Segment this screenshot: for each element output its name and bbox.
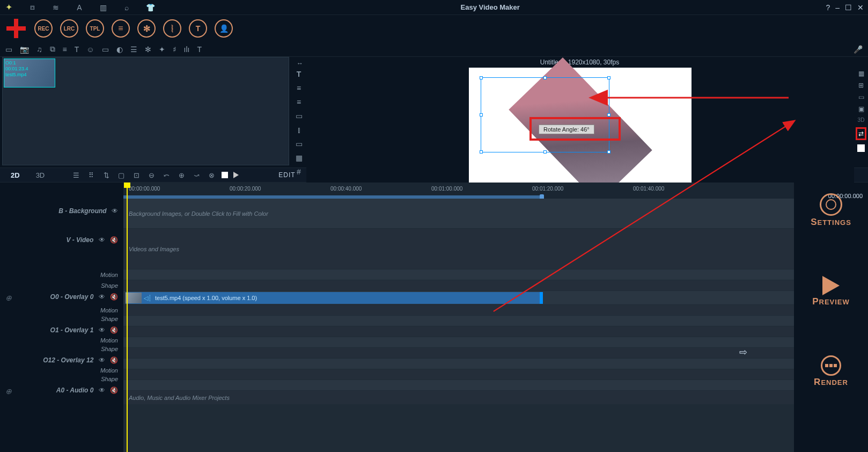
- tool-icon[interactable]: ⫿: [297, 126, 301, 134]
- tool-icon[interactable]: ▭: [296, 140, 303, 148]
- track-o0[interactable]: ◁┊ test5.mp4 (speed x 1.00, volume x 1.0…: [123, 291, 794, 305]
- mute-icon[interactable]: 🔇: [110, 236, 118, 244]
- mic-icon[interactable]: 🎤: [854, 45, 863, 54]
- add-media-button[interactable]: [5, 18, 27, 39]
- tb2-icon[interactable]: ☰: [130, 45, 137, 54]
- top-icon-3[interactable]: A: [75, 3, 84, 12]
- tool-icon[interactable]: ▭: [296, 112, 303, 120]
- minimize-button[interactable]: –: [835, 3, 840, 12]
- timeline-tracks[interactable]: 00:00:00.000 00:00:20.000 00:00:40.000 0…: [123, 183, 794, 452]
- track-o1-shape[interactable]: [123, 348, 794, 359]
- tool-icon[interactable]: ⊕: [176, 171, 186, 179]
- playhead[interactable]: [127, 183, 128, 452]
- mute-icon[interactable]: 🔇: [110, 293, 118, 301]
- track-o1-motion[interactable]: [123, 337, 794, 348]
- user-button[interactable]: 👤: [215, 19, 233, 38]
- play-button[interactable]: [233, 172, 239, 178]
- preview-canvas[interactable]: Rotate Angle: 46°: [306, 68, 854, 192]
- tool-icon[interactable]: ⊡: [131, 171, 141, 179]
- top-icon-2[interactable]: ≋: [52, 3, 60, 12]
- track-o1[interactable]: [123, 326, 794, 337]
- tool-icon[interactable]: □: [857, 144, 865, 152]
- rotate-tool-icon[interactable]: ⇄: [856, 127, 866, 140]
- text-button[interactable]: T: [189, 19, 207, 38]
- music-icon[interactable]: ♫: [36, 45, 42, 54]
- tool-icon[interactable]: ▦: [296, 154, 303, 162]
- 3d-icon[interactable]: 3D: [858, 117, 865, 123]
- media-bin[interactable]: O0:1 00:01:23.4 test5.mp4: [2, 57, 289, 165]
- help-button[interactable]: ?: [826, 3, 830, 12]
- visibility-icon[interactable]: 👁: [99, 236, 105, 244]
- track-a0[interactable]: Audio, Music and Audio Mixer Projects: [123, 391, 794, 405]
- tb2-icon[interactable]: ◐: [116, 45, 123, 54]
- tb2-icon[interactable]: ⧉: [50, 45, 55, 54]
- track-o0-shape[interactable]: [123, 316, 794, 326]
- mute-icon[interactable]: 🔇: [110, 326, 118, 334]
- add-track-icon[interactable]: ⊕: [5, 387, 12, 396]
- tool-icon[interactable]: ▭: [858, 93, 864, 101]
- tool-icon[interactable]: ⤻: [192, 171, 201, 179]
- timeline-ruler[interactable]: 00:00:00.000 00:00:20.000 00:00:40.000 0…: [123, 183, 794, 199]
- top-icon-1[interactable]: ⧈: [28, 3, 36, 12]
- maximize-button[interactable]: ☐: [845, 3, 852, 12]
- media-clip[interactable]: O0:1 00:01:23.4 test5.mp4: [4, 59, 55, 88]
- tab-3d[interactable]: 3D: [31, 170, 50, 180]
- search-icon[interactable]: ⌕: [122, 3, 131, 12]
- track-shape[interactable]: [123, 280, 794, 291]
- tool-icon[interactable]: ☰: [71, 171, 81, 179]
- track-o0-motion[interactable]: [123, 305, 794, 316]
- top-icon-6[interactable]: 👕: [146, 3, 155, 12]
- visibility-icon[interactable]: 👁: [99, 356, 105, 364]
- tool-icon[interactable]: ⊖: [146, 171, 156, 179]
- timeline-clip[interactable]: ◁┊ test5.mp4 (speed x 1.00, volume x 1.0…: [126, 292, 543, 304]
- tb2-icon[interactable]: ✻: [145, 45, 151, 54]
- tb2-icon[interactable]: ≡: [63, 45, 67, 54]
- tab-2d[interactable]: 2D: [5, 170, 25, 180]
- tool-icon[interactable]: ⠿: [86, 171, 96, 179]
- list-button[interactable]: ≡: [112, 19, 130, 38]
- track-bg[interactable]: Background Images, or Double Click to Fi…: [123, 199, 794, 229]
- expand-icon[interactable]: ⇨: [739, 346, 747, 358]
- visibility-icon[interactable]: 👁: [99, 387, 105, 394]
- tool-icon[interactable]: ≡: [297, 98, 301, 106]
- tool-icon[interactable]: ▣: [858, 105, 864, 113]
- tpl-button[interactable]: TPL: [86, 19, 104, 38]
- track-o12[interactable]: [123, 359, 794, 369]
- track-video[interactable]: Videos and Images: [123, 229, 794, 269]
- tool-icon[interactable]: ⊗: [207, 171, 216, 179]
- tb2-icon[interactable]: ▭: [5, 45, 12, 54]
- emoji-icon[interactable]: ☺: [86, 45, 94, 54]
- add-track-icon[interactable]: ⊕: [5, 294, 12, 302]
- tool-icon[interactable]: ⤺: [161, 171, 171, 179]
- tool-icon[interactable]: ▢: [116, 171, 126, 179]
- render-button[interactable]: RENDER: [814, 355, 848, 388]
- lrc-button[interactable]: LRC: [60, 19, 78, 38]
- selection-box[interactable]: [481, 77, 609, 152]
- tool-icon[interactable]: ⇅: [101, 171, 111, 179]
- top-icon-4[interactable]: ▥: [99, 3, 107, 12]
- grid-icon[interactable]: #: [297, 167, 301, 176]
- track-motion[interactable]: [123, 269, 794, 280]
- rec-button[interactable]: REC: [34, 19, 53, 38]
- track-o12-shape[interactable]: [123, 380, 794, 391]
- text-icon2[interactable]: T: [197, 45, 202, 54]
- resize-handle-icon[interactable]: ↔: [297, 58, 303, 69]
- visibility-icon[interactable]: 👁: [112, 207, 118, 215]
- tb2-icon[interactable]: ✦: [159, 45, 165, 54]
- tb2-icon[interactable]: ♯: [173, 45, 176, 54]
- close-button[interactable]: ✕: [857, 3, 864, 12]
- tool-icon[interactable]: ≡: [297, 84, 301, 92]
- effects-button[interactable]: ✻: [137, 19, 156, 38]
- track-o12-motion[interactable]: [123, 369, 794, 380]
- camera-icon[interactable]: 📷: [20, 45, 29, 54]
- tool-icon[interactable]: ⊞: [858, 82, 864, 89]
- stop-button[interactable]: [222, 172, 228, 178]
- mute-icon[interactable]: 🔇: [110, 356, 118, 364]
- mute-icon[interactable]: 🔇: [110, 387, 118, 394]
- audio-button[interactable]: ⦚: [163, 19, 181, 38]
- text-tool-icon[interactable]: T: [297, 70, 301, 78]
- preview-button[interactable]: PREVIEW: [812, 276, 850, 307]
- eq-icon[interactable]: ılı: [184, 45, 190, 54]
- visibility-icon[interactable]: 👁: [99, 326, 105, 334]
- tb2-icon[interactable]: ▭: [102, 45, 109, 54]
